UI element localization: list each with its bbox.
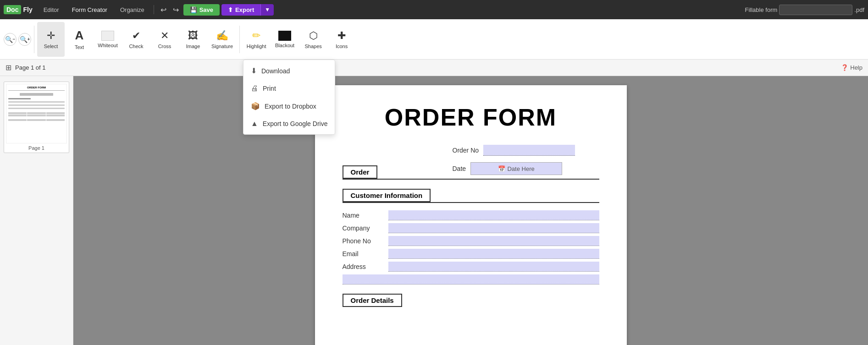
order-no-field[interactable]	[483, 145, 575, 156]
icons-icon: ✚	[337, 30, 346, 42]
highlight-tool-button[interactable]: ✏ Highlight	[243, 22, 270, 57]
calendar-icon: 📅	[498, 165, 505, 172]
print-menu-item[interactable]: 🖨 Print	[243, 80, 335, 97]
nav-editor[interactable]: Editor	[38, 5, 65, 15]
address-row: Address	[343, 262, 599, 272]
email-field[interactable]	[388, 249, 599, 259]
customer-info-section: Customer Information Name Company Phone …	[343, 189, 599, 285]
select-tool-button[interactable]: ✛ Select	[37, 22, 65, 57]
export-button-group: ⬆ Export ▼	[221, 4, 274, 16]
date-field[interactable]: 📅 Date Here	[470, 162, 562, 175]
signature-tool-button[interactable]: ✍ Signature	[208, 22, 237, 57]
image-icon: 🖼	[188, 30, 198, 42]
export-gdrive-menu-item[interactable]: ▲ Export to Google Drive	[243, 115, 335, 132]
address-field[interactable]	[388, 262, 599, 272]
whiteout-tool-button[interactable]: Whiteout	[94, 22, 122, 57]
page-bar: ⊞ Page 1 of 1 ❓ Help	[0, 60, 868, 76]
toolbar-separator-1	[34, 26, 34, 53]
docfly-logo: Doc Fly	[4, 5, 33, 14]
export-dropdown-menu: ⬇ Download 🖨 Print 📦 Export to Dropbox ▲…	[243, 60, 335, 135]
email-label: Email	[343, 250, 384, 257]
download-icon: ⬇	[251, 66, 257, 75]
phone-label: Phone No	[343, 237, 384, 245]
whiteout-icon	[101, 31, 114, 41]
help-icon: ❓	[841, 64, 848, 71]
date-row: Date 📅 Date Here	[453, 162, 563, 175]
save-button[interactable]: 💾 Save	[183, 4, 220, 16]
order-details-header: Order Details	[343, 294, 402, 307]
export-icon: ⬆	[228, 6, 233, 13]
address-field-2[interactable]	[343, 274, 599, 285]
name-row: Name	[343, 210, 599, 220]
pages-grid-icon[interactable]: ⊞	[6, 63, 11, 72]
toolbar: 🔍− 🔍+ ✛ Select A Text Whiteout ✔ Check ✕…	[0, 19, 868, 60]
zoom-controls: 🔍− 🔍+	[4, 33, 31, 46]
fillable-label: Fillable form	[745, 6, 778, 13]
undo-button[interactable]: ↩	[158, 5, 169, 15]
print-icon: 🖨	[251, 84, 258, 93]
check-icon: ✔	[132, 30, 140, 42]
address-label: Address	[343, 263, 384, 270]
highlight-icon: ✏	[252, 30, 260, 42]
export-dropbox-menu-item[interactable]: 📦 Export to Dropbox	[243, 97, 335, 115]
order-section: Order Order No Date 📅 Date Here	[343, 145, 599, 180]
phone-field[interactable]	[388, 236, 599, 246]
top-navigation-bar: Doc Fly Editor Form Creator Organize ↩ ↪…	[0, 0, 868, 19]
pages-sidebar: ORDER FORM	[0, 76, 73, 345]
save-icon: 💾	[190, 6, 197, 13]
text-tool-button[interactable]: A Text	[66, 22, 93, 57]
date-label: Date	[453, 165, 466, 172]
pdf-extension-label: .pdf	[854, 6, 864, 13]
fillable-input[interactable]	[779, 5, 852, 15]
export-dropdown-toggle[interactable]: ▼	[260, 4, 274, 16]
name-field[interactable]	[388, 210, 599, 220]
order-no-label: Order No	[453, 147, 479, 154]
order-section-header: Order	[343, 165, 378, 179]
blackout-icon	[278, 31, 291, 41]
page-thumbnail[interactable]: ORDER FORM	[4, 82, 69, 153]
check-tool-button[interactable]: ✔ Check	[122, 22, 150, 57]
nav-form-creator[interactable]: Form Creator	[66, 5, 113, 15]
export-main-button[interactable]: ⬆ Export	[221, 4, 260, 16]
main-content: ORDER FORM	[0, 76, 868, 345]
dropbox-icon: 📦	[251, 102, 260, 110]
order-no-row: Order No	[453, 145, 575, 156]
order-details-section: Order Details	[343, 294, 599, 307]
thumbnail-image: ORDER FORM	[6, 84, 67, 143]
icons-tool-button[interactable]: ✚ Icons	[328, 22, 355, 57]
nav-separator	[154, 5, 154, 14]
nav-organize[interactable]: Organize	[115, 5, 150, 15]
company-field[interactable]	[388, 223, 599, 233]
zoom-in-button[interactable]: 🔍+	[18, 33, 31, 46]
undo-redo-group: ↩ ↪	[158, 5, 182, 15]
cross-tool-button[interactable]: ✕ Cross	[151, 22, 178, 57]
text-icon: A	[75, 28, 84, 43]
customer-info-header: Customer Information	[343, 189, 431, 202]
company-row: Company	[343, 223, 599, 233]
thumbnail-page-label: Page 1	[6, 145, 67, 151]
signature-icon: ✍	[216, 30, 228, 42]
shapes-icon: ⬡	[309, 30, 318, 42]
toolbar-separator-2	[239, 26, 240, 53]
document-title: ORDER FORM	[343, 104, 599, 131]
gdrive-icon: ▲	[251, 120, 258, 128]
zoom-out-button[interactable]: 🔍−	[4, 33, 17, 46]
shapes-tool-button[interactable]: ⬡ Shapes	[299, 22, 327, 57]
help-button[interactable]: ❓ Help	[841, 64, 862, 71]
select-icon: ✛	[47, 30, 55, 42]
company-label: Company	[343, 225, 384, 232]
phone-row: Phone No	[343, 236, 599, 246]
document-page: ORDER FORM Order Order No Date	[315, 85, 627, 345]
email-row: Email	[343, 249, 599, 259]
redo-button[interactable]: ↪	[170, 5, 182, 15]
cross-icon: ✕	[160, 30, 169, 42]
image-tool-button[interactable]: 🖼 Image	[179, 22, 207, 57]
page-indicator: Page 1 of 1	[15, 64, 46, 71]
document-canvas: ORDER FORM Order Order No Date	[73, 76, 868, 345]
name-label: Name	[343, 212, 384, 219]
download-menu-item[interactable]: ⬇ Download	[243, 62, 335, 80]
blackout-tool-button[interactable]: Blackout	[271, 22, 299, 57]
